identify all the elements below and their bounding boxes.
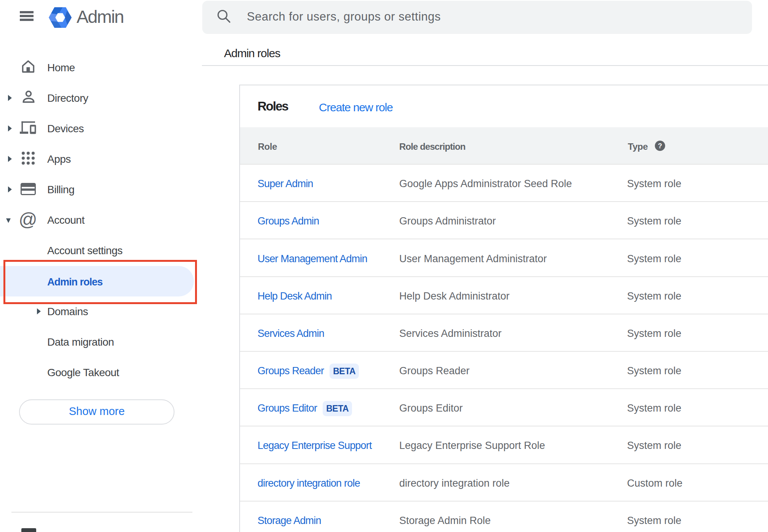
svg-text:?: ? [658, 142, 662, 150]
